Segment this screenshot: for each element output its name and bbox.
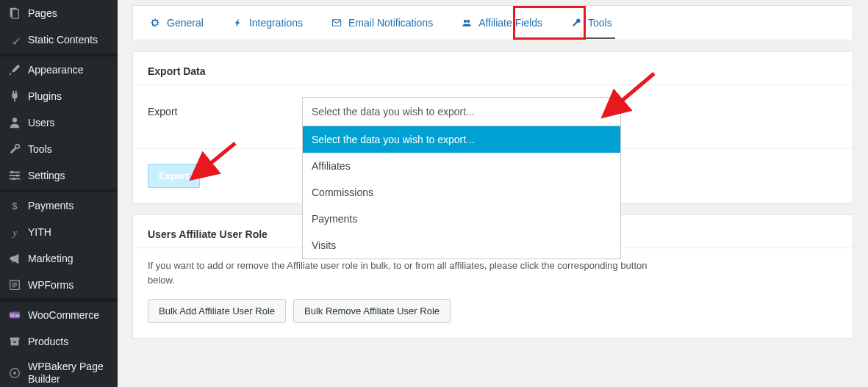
sidebar-item-payments[interactable]: $ Payments [0,192,118,219]
chevron-up-icon [604,109,611,114]
sidebar-item-label: Appearance [28,64,84,76]
sidebar-item-label: Products [28,336,68,348]
select-option[interactable]: Commissions [303,179,620,206]
svg-rect-17 [10,338,20,341]
svg-rect-22 [332,20,340,26]
sidebar-item-label: Payments [28,200,73,212]
bolt-icon [232,17,243,29]
svg-point-7 [16,174,19,177]
select-value: Select the data you wish to export... [312,106,475,117]
sidebar-item-label: Static Contents [28,34,98,46]
sidebar-item-marketing[interactable]: Marketing [0,245,118,272]
tab-email-notifications[interactable]: Email Notifications [328,14,436,39]
svg-point-8 [12,178,15,181]
woo-icon: Woo [7,308,22,322]
tab-affiliate-fields[interactable]: Affiliate Fields [458,14,545,39]
brush-icon [7,62,22,77]
user-icon [7,115,22,130]
sidebar-item-label: YITH [28,226,51,239]
sidebar-item-static-contents[interactable]: Static Contents [0,26,118,53]
svg-text:$: $ [12,201,17,211]
sidebar-item-plugins[interactable]: Plugins [0,83,118,109]
sidebar-item-label: Users [28,117,55,129]
select-option[interactable]: Select the data you wish to export... [303,126,620,153]
sidebar-item-label: WPForms [28,279,73,292]
wrench-icon [570,17,582,29]
svg-text:Woo: Woo [10,313,20,318]
archive-icon [7,334,22,349]
select-option[interactable]: Affiliates [303,153,620,179]
sidebar-item-yith[interactable]: y YITH [0,219,118,245]
yith-icon: y [7,225,22,239]
dots-icon [7,366,22,380]
svg-text:y: y [12,228,17,238]
settings-tabs: General Integrations Email Notifications… [132,5,853,40]
select-control[interactable]: Select the data you wish to export... [302,97,621,126]
sidebar-item-label: Marketing [28,253,73,265]
svg-point-2 [12,117,17,122]
dollar-icon: $ [7,198,22,213]
sidebar-item-label: WooCommerce [28,309,99,322]
sidebar-item-tools[interactable]: Tools [0,136,118,162]
sidebar-item-settings[interactable]: Settings [0,162,118,189]
tab-general[interactable]: General [146,14,207,39]
tab-integrations[interactable]: Integrations [229,14,306,39]
sidebar-item-label: Pages [28,7,57,20]
bulk-add-role-button[interactable]: Bulk Add Affiliate User Role [148,299,286,323]
sidebar-item-label: WPBakery Page Builder [28,361,110,386]
tab-label: General [167,17,204,29]
pin-icon [7,32,22,47]
wrench-icon [7,142,22,156]
export-label: Export [148,106,287,117]
tab-label: Email Notifications [348,17,433,29]
svg-rect-1 [12,10,18,19]
admin-sidebar: Pages Static Contents Appearance Plugins… [0,0,118,387]
sidebar-item-products[interactable]: Products [0,328,118,355]
sidebar-item-woocommerce[interactable]: Woo WooCommerce [0,302,118,328]
plug-icon [7,89,22,104]
svg-rect-19 [13,341,16,343]
pages-icon [7,6,22,21]
sliders-icon [7,168,22,183]
export-select[interactable]: Select the data you wish to export... Se… [302,97,621,126]
group-icon [461,17,473,29]
sidebar-item-label: Tools [28,143,52,156]
tab-label: Tools [588,17,612,29]
sidebar-item-wpforms[interactable]: WPForms [0,272,118,298]
export-data-panel: Export Data Export Select the data you w… [132,51,853,203]
svg-point-23 [464,20,467,23]
form-icon [7,278,22,292]
tab-label: Integrations [249,17,303,29]
sidebar-item-label: Plugins [28,90,62,103]
sidebar-item-appearance[interactable]: Appearance [0,57,118,83]
sidebar-item-label: Settings [28,170,65,182]
sidebar-item-pages[interactable]: Pages [0,0,118,26]
select-dropdown: Select the data you wish to export... Af… [302,126,621,259]
sidebar-item-wpbakery[interactable]: WPBakery Page Builder [0,355,118,387]
select-option[interactable]: Visits [303,232,620,258]
export-button[interactable]: Export [148,164,200,188]
main-content: General Integrations Email Notifications… [118,0,868,387]
megaphone-icon [7,251,22,266]
mail-icon [331,17,342,29]
bulk-remove-role-button[interactable]: Bulk Remove Affiliate User Role [293,299,451,323]
tab-label: Affiliate Fields [478,17,542,29]
sidebar-item-users[interactable]: Users [0,109,118,136]
gear-icon [149,17,161,29]
svg-point-6 [11,171,14,174]
export-section-title: Export Data [133,52,853,84]
tab-tools[interactable]: Tools [567,14,615,39]
select-option[interactable]: Payments [303,206,620,232]
svg-point-21 [13,372,16,375]
svg-point-24 [467,20,470,23]
